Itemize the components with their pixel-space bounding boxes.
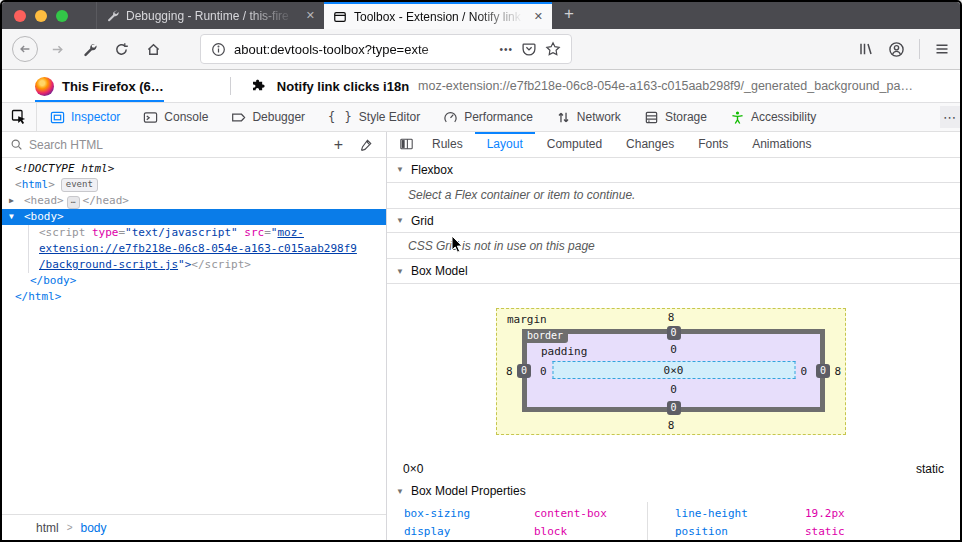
new-tab-button[interactable]: + bbox=[552, 2, 586, 29]
eyedropper-icon[interactable] bbox=[354, 138, 378, 152]
pocket-icon[interactable] bbox=[521, 41, 537, 57]
box-model-border-region[interactable]: border 0 0 0 0 padding 0 0 0 0 0×0 bbox=[522, 329, 825, 412]
margin-top-value[interactable]: 8 bbox=[668, 311, 675, 324]
toolbar-right-cluster bbox=[858, 39, 950, 59]
event-badge[interactable]: event bbox=[61, 178, 98, 192]
close-window-button[interactable] bbox=[14, 10, 26, 22]
script-src-link[interactable]: /background-script.js bbox=[39, 258, 178, 271]
boxmodel-section-header[interactable]: ▼ Box Model bbox=[387, 259, 960, 284]
back-button[interactable] bbox=[12, 36, 38, 62]
markup-row-body-selected[interactable]: ▼ <body> bbox=[2, 209, 386, 225]
script-src-link[interactable]: extension://e7fb218e-06c8-054e-a163-c015… bbox=[39, 242, 357, 255]
mouse-cursor bbox=[451, 235, 464, 254]
console-icon bbox=[143, 110, 158, 125]
tab-performance[interactable]: Performance bbox=[433, 103, 543, 131]
tab-network[interactable]: Network bbox=[546, 103, 631, 131]
browser-tab-toolbox[interactable]: Toolbox - Extension / Notify link ✕ bbox=[324, 2, 552, 29]
flexbox-section-header[interactable]: ▼ Flexbox bbox=[387, 158, 960, 183]
box-model-content-region[interactable]: 0×0 bbox=[552, 361, 795, 379]
box-model-diagram: margin 8 8 8 8 border 0 0 0 0 padding 0 … bbox=[387, 284, 960, 458]
breadcrumb-item-body[interactable]: body bbox=[81, 521, 107, 535]
box-model-properties-header[interactable]: ▼ Box Model Properties bbox=[387, 480, 960, 502]
sidebar-toggle-icon[interactable] bbox=[393, 132, 420, 157]
search-icon bbox=[10, 138, 23, 151]
twisty-down-icon: ▼ bbox=[396, 487, 404, 496]
navigation-toolbar: about:devtools-toolbox?type=exte ••• bbox=[2, 29, 960, 70]
box-model-summary: 0×0 static bbox=[387, 458, 960, 480]
margin-left-value[interactable]: 8 bbox=[506, 365, 513, 378]
markup-row-html[interactable]: <html>event bbox=[2, 177, 386, 193]
border-right-value[interactable]: 0 bbox=[816, 364, 830, 378]
search-input[interactable] bbox=[29, 138, 323, 152]
border-label: border bbox=[522, 329, 568, 343]
menu-icon[interactable] bbox=[934, 41, 950, 57]
script-src-link[interactable]: moz- bbox=[277, 226, 304, 239]
tab-fonts[interactable]: Fonts bbox=[686, 132, 740, 157]
minimize-window-button[interactable] bbox=[35, 10, 47, 22]
tab-debugger[interactable]: Debugger bbox=[221, 103, 315, 131]
tab-storage[interactable]: Storage bbox=[634, 103, 717, 131]
bookmark-star-icon[interactable] bbox=[545, 41, 561, 57]
expand-twisty-icon[interactable]: ▶ bbox=[9, 193, 21, 209]
browser-tab-debugging[interactable]: Debugging - Runtime / this-fire ✕ bbox=[96, 2, 324, 29]
home-button[interactable] bbox=[140, 36, 166, 62]
markup-row-html-close[interactable]: </html> bbox=[2, 289, 386, 305]
tab-rules[interactable]: Rules bbox=[420, 132, 475, 157]
devtools-toolbar: Inspector Console Debugger { } Style Edi… bbox=[2, 103, 960, 132]
breadcrumb-item-html[interactable]: html bbox=[36, 521, 59, 535]
element-position: static bbox=[916, 462, 944, 476]
content-size-value[interactable]: 0×0 bbox=[664, 364, 684, 377]
header-separator bbox=[230, 77, 231, 95]
tab-inspector[interactable]: Inspector bbox=[40, 103, 130, 131]
padding-top-value[interactable]: 0 bbox=[670, 343, 677, 356]
tab-computed[interactable]: Computed bbox=[535, 132, 614, 157]
forward-button[interactable] bbox=[44, 36, 70, 62]
toolbox-page-icon bbox=[333, 10, 347, 24]
toolbar-separator bbox=[919, 39, 920, 59]
margin-right-value[interactable]: 8 bbox=[834, 365, 841, 378]
node-picker-button[interactable] bbox=[2, 103, 37, 131]
zoom-window-button[interactable] bbox=[56, 10, 68, 22]
border-top-value[interactable]: 0 bbox=[666, 326, 680, 340]
markup-tree: <!DOCTYPE html> <html>event ▶ <head>…</h… bbox=[2, 158, 386, 514]
runtime-tab-this-firefox[interactable]: This Firefox (6… bbox=[35, 70, 164, 102]
box-model-properties: box-sizing content-box display block lin… bbox=[387, 502, 960, 540]
markup-row-head[interactable]: ▶ <head>…</head> bbox=[2, 193, 386, 209]
tab-accessibility[interactable]: Accessibility bbox=[720, 103, 826, 131]
url-bar[interactable]: about:devtools-toolbox?type=exte ••• bbox=[200, 34, 572, 64]
tab-close-icon[interactable]: ✕ bbox=[306, 9, 315, 22]
account-icon[interactable] bbox=[888, 41, 905, 58]
extension-puzzle-icon bbox=[251, 78, 268, 95]
twisty-down-icon: ▼ bbox=[396, 165, 404, 174]
margin-label: margin bbox=[507, 313, 547, 326]
tab-layout[interactable]: Layout bbox=[475, 132, 535, 157]
margin-bottom-value[interactable]: 8 bbox=[668, 419, 675, 432]
padding-right-value[interactable]: 0 bbox=[800, 364, 807, 377]
markup-row-body-close[interactable]: </body> bbox=[2, 273, 386, 289]
padding-left-value[interactable]: 0 bbox=[540, 364, 547, 377]
reload-button[interactable] bbox=[108, 36, 134, 62]
inline-children-badge[interactable]: … bbox=[67, 196, 80, 209]
grid-message: CSS Grid is not in use on this page bbox=[387, 233, 960, 259]
tab-close-icon[interactable]: ✕ bbox=[534, 10, 543, 23]
developer-tools-button[interactable] bbox=[76, 36, 102, 62]
tab-style-editor[interactable]: { } Style Editor bbox=[318, 103, 430, 131]
border-left-value[interactable]: 0 bbox=[517, 364, 531, 378]
library-icon[interactable] bbox=[858, 41, 874, 57]
border-bottom-value[interactable]: 0 bbox=[666, 401, 680, 415]
add-node-button[interactable]: + bbox=[329, 138, 348, 152]
padding-bottom-value[interactable]: 0 bbox=[670, 383, 677, 396]
toolbox-overflow-button[interactable]: ⋯ bbox=[940, 106, 962, 128]
tab-changes[interactable]: Changes bbox=[614, 132, 686, 157]
collapse-twisty-icon[interactable]: ▼ bbox=[9, 209, 21, 225]
box-model-margin-region[interactable]: margin 8 8 8 8 border 0 0 0 0 padding 0 … bbox=[496, 308, 846, 435]
page-actions-button[interactable]: ••• bbox=[499, 44, 513, 55]
markup-search-row: + bbox=[2, 132, 386, 158]
markup-row-script[interactable]: <script type="text/javascript" src="moz-… bbox=[2, 225, 386, 273]
storage-icon bbox=[644, 110, 659, 125]
grid-section-header[interactable]: ▼ Grid bbox=[387, 209, 960, 234]
site-info-icon[interactable] bbox=[211, 42, 226, 57]
tab-animations[interactable]: Animations bbox=[740, 132, 823, 157]
tab-console[interactable]: Console bbox=[133, 103, 218, 131]
markup-row-doctype[interactable]: <!DOCTYPE html> bbox=[2, 161, 386, 177]
